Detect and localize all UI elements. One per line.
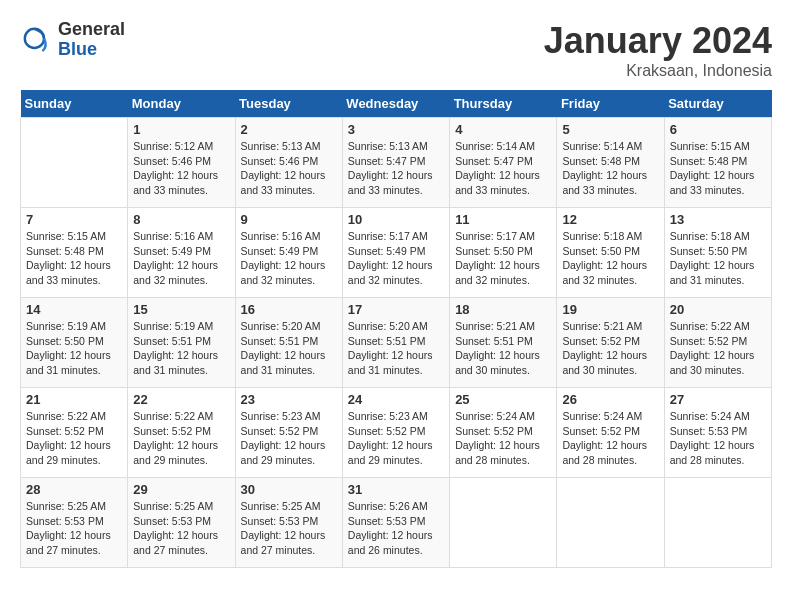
day-number: 2 [241,122,337,137]
calendar-cell: 11Sunrise: 5:17 AM Sunset: 5:50 PM Dayli… [450,208,557,298]
day-number: 29 [133,482,229,497]
calendar-cell: 12Sunrise: 5:18 AM Sunset: 5:50 PM Dayli… [557,208,664,298]
day-info: Sunrise: 5:16 AM Sunset: 5:49 PM Dayligh… [241,229,337,288]
day-info: Sunrise: 5:26 AM Sunset: 5:53 PM Dayligh… [348,499,444,558]
day-number: 13 [670,212,766,227]
day-number: 14 [26,302,122,317]
day-number: 16 [241,302,337,317]
day-info: Sunrise: 5:25 AM Sunset: 5:53 PM Dayligh… [26,499,122,558]
day-number: 18 [455,302,551,317]
title-area: January 2024 Kraksaan, Indonesia [544,20,772,80]
calendar-cell: 13Sunrise: 5:18 AM Sunset: 5:50 PM Dayli… [664,208,771,298]
location-subtitle: Kraksaan, Indonesia [544,62,772,80]
calendar-cell: 24Sunrise: 5:23 AM Sunset: 5:52 PM Dayli… [342,388,449,478]
calendar-cell: 18Sunrise: 5:21 AM Sunset: 5:51 PM Dayli… [450,298,557,388]
day-number: 25 [455,392,551,407]
day-header-wednesday: Wednesday [342,90,449,118]
day-number: 26 [562,392,658,407]
header: General Blue January 2024 Kraksaan, Indo… [20,20,772,80]
day-number: 4 [455,122,551,137]
calendar-cell: 19Sunrise: 5:21 AM Sunset: 5:52 PM Dayli… [557,298,664,388]
day-info: Sunrise: 5:20 AM Sunset: 5:51 PM Dayligh… [241,319,337,378]
day-info: Sunrise: 5:17 AM Sunset: 5:49 PM Dayligh… [348,229,444,288]
calendar-cell: 17Sunrise: 5:20 AM Sunset: 5:51 PM Dayli… [342,298,449,388]
day-number: 10 [348,212,444,227]
calendar-cell: 30Sunrise: 5:25 AM Sunset: 5:53 PM Dayli… [235,478,342,568]
day-header-thursday: Thursday [450,90,557,118]
calendar-cell: 25Sunrise: 5:24 AM Sunset: 5:52 PM Dayli… [450,388,557,478]
calendar-cell: 28Sunrise: 5:25 AM Sunset: 5:53 PM Dayli… [21,478,128,568]
day-info: Sunrise: 5:25 AM Sunset: 5:53 PM Dayligh… [241,499,337,558]
calendar-cell [450,478,557,568]
week-row-5: 28Sunrise: 5:25 AM Sunset: 5:53 PM Dayli… [21,478,772,568]
day-info: Sunrise: 5:23 AM Sunset: 5:52 PM Dayligh… [348,409,444,468]
logo-blue-text: Blue [58,40,125,60]
day-info: Sunrise: 5:15 AM Sunset: 5:48 PM Dayligh… [670,139,766,198]
calendar-cell: 20Sunrise: 5:22 AM Sunset: 5:52 PM Dayli… [664,298,771,388]
day-number: 9 [241,212,337,227]
calendar-cell: 4Sunrise: 5:14 AM Sunset: 5:47 PM Daylig… [450,118,557,208]
calendar-cell: 22Sunrise: 5:22 AM Sunset: 5:52 PM Dayli… [128,388,235,478]
day-info: Sunrise: 5:18 AM Sunset: 5:50 PM Dayligh… [562,229,658,288]
calendar-cell: 3Sunrise: 5:13 AM Sunset: 5:47 PM Daylig… [342,118,449,208]
calendar-cell: 10Sunrise: 5:17 AM Sunset: 5:49 PM Dayli… [342,208,449,298]
calendar-cell: 7Sunrise: 5:15 AM Sunset: 5:48 PM Daylig… [21,208,128,298]
day-info: Sunrise: 5:18 AM Sunset: 5:50 PM Dayligh… [670,229,766,288]
week-row-4: 21Sunrise: 5:22 AM Sunset: 5:52 PM Dayli… [21,388,772,478]
day-number: 3 [348,122,444,137]
day-number: 31 [348,482,444,497]
day-number: 20 [670,302,766,317]
day-number: 24 [348,392,444,407]
calendar-cell [557,478,664,568]
day-header-monday: Monday [128,90,235,118]
calendar-cell: 15Sunrise: 5:19 AM Sunset: 5:51 PM Dayli… [128,298,235,388]
calendar-cell: 14Sunrise: 5:19 AM Sunset: 5:50 PM Dayli… [21,298,128,388]
day-info: Sunrise: 5:22 AM Sunset: 5:52 PM Dayligh… [670,319,766,378]
day-info: Sunrise: 5:24 AM Sunset: 5:53 PM Dayligh… [670,409,766,468]
day-info: Sunrise: 5:22 AM Sunset: 5:52 PM Dayligh… [26,409,122,468]
calendar-cell: 2Sunrise: 5:13 AM Sunset: 5:46 PM Daylig… [235,118,342,208]
calendar-cell: 5Sunrise: 5:14 AM Sunset: 5:48 PM Daylig… [557,118,664,208]
day-info: Sunrise: 5:14 AM Sunset: 5:47 PM Dayligh… [455,139,551,198]
week-row-3: 14Sunrise: 5:19 AM Sunset: 5:50 PM Dayli… [21,298,772,388]
day-number: 27 [670,392,766,407]
day-info: Sunrise: 5:13 AM Sunset: 5:47 PM Dayligh… [348,139,444,198]
calendar-cell: 8Sunrise: 5:16 AM Sunset: 5:49 PM Daylig… [128,208,235,298]
day-number: 5 [562,122,658,137]
day-info: Sunrise: 5:19 AM Sunset: 5:50 PM Dayligh… [26,319,122,378]
calendar-cell: 16Sunrise: 5:20 AM Sunset: 5:51 PM Dayli… [235,298,342,388]
day-info: Sunrise: 5:13 AM Sunset: 5:46 PM Dayligh… [241,139,337,198]
day-info: Sunrise: 5:17 AM Sunset: 5:50 PM Dayligh… [455,229,551,288]
week-row-2: 7Sunrise: 5:15 AM Sunset: 5:48 PM Daylig… [21,208,772,298]
day-number: 23 [241,392,337,407]
day-info: Sunrise: 5:19 AM Sunset: 5:51 PM Dayligh… [133,319,229,378]
day-header-friday: Friday [557,90,664,118]
calendar-cell: 21Sunrise: 5:22 AM Sunset: 5:52 PM Dayli… [21,388,128,478]
day-info: Sunrise: 5:21 AM Sunset: 5:51 PM Dayligh… [455,319,551,378]
day-info: Sunrise: 5:14 AM Sunset: 5:48 PM Dayligh… [562,139,658,198]
calendar-cell: 29Sunrise: 5:25 AM Sunset: 5:53 PM Dayli… [128,478,235,568]
calendar-cell: 1Sunrise: 5:12 AM Sunset: 5:46 PM Daylig… [128,118,235,208]
day-header-sunday: Sunday [21,90,128,118]
day-info: Sunrise: 5:23 AM Sunset: 5:52 PM Dayligh… [241,409,337,468]
calendar-cell: 31Sunrise: 5:26 AM Sunset: 5:53 PM Dayli… [342,478,449,568]
logo-icon [20,24,52,56]
calendar-table: SundayMondayTuesdayWednesdayThursdayFrid… [20,90,772,568]
day-number: 12 [562,212,658,227]
day-info: Sunrise: 5:16 AM Sunset: 5:49 PM Dayligh… [133,229,229,288]
day-header-saturday: Saturday [664,90,771,118]
day-info: Sunrise: 5:25 AM Sunset: 5:53 PM Dayligh… [133,499,229,558]
day-info: Sunrise: 5:22 AM Sunset: 5:52 PM Dayligh… [133,409,229,468]
day-info: Sunrise: 5:20 AM Sunset: 5:51 PM Dayligh… [348,319,444,378]
days-header-row: SundayMondayTuesdayWednesdayThursdayFrid… [21,90,772,118]
day-info: Sunrise: 5:24 AM Sunset: 5:52 PM Dayligh… [455,409,551,468]
day-number: 6 [670,122,766,137]
day-number: 17 [348,302,444,317]
calendar-cell: 9Sunrise: 5:16 AM Sunset: 5:49 PM Daylig… [235,208,342,298]
calendar-cell [21,118,128,208]
calendar-cell [664,478,771,568]
day-number: 15 [133,302,229,317]
calendar-cell: 27Sunrise: 5:24 AM Sunset: 5:53 PM Dayli… [664,388,771,478]
month-title: January 2024 [544,20,772,62]
day-number: 22 [133,392,229,407]
